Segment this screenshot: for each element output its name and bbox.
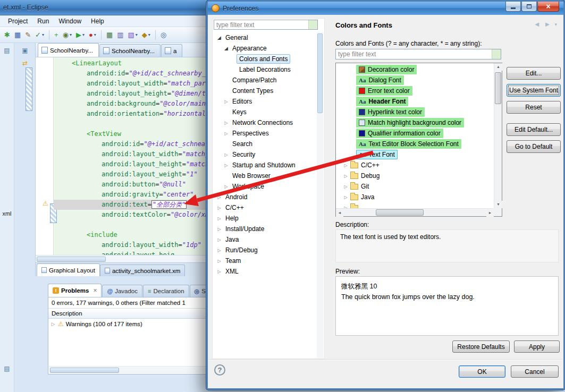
tree-item-install-update[interactable]: ▷Install/Update <box>213 224 317 234</box>
tree-item-startup-and-shutdown[interactable]: ▷Startup and Shutdown <box>213 160 317 171</box>
close-icon[interactable]: × <box>93 287 97 294</box>
close-button[interactable]: × <box>537 2 559 12</box>
scrollbar-thumb[interactable] <box>50 368 119 373</box>
expand-collapsed-icon[interactable]: ▷ <box>223 152 230 157</box>
tree-item-keys[interactable]: Keys <box>213 107 317 117</box>
page-menu-icon[interactable]: ▾ <box>554 22 557 27</box>
edit-button[interactable]: Edit... <box>507 67 561 80</box>
tree-item-compare-patch[interactable]: Compare/Patch <box>213 75 317 86</box>
font-list-item-text-editor-block-selection-font[interactable]: AaText Editor Block Selection Font <box>336 139 494 149</box>
tree-item-help[interactable]: ▷Help <box>213 213 317 224</box>
font-list-item-error-text-color[interactable]: Error text color <box>336 86 494 96</box>
font-list-item-match-highlight-background-color[interactable]: Match highlight background color <box>336 117 494 128</box>
fonts-filter-input[interactable]: type filter text <box>335 49 501 59</box>
run-icon[interactable]: ▶▾ <box>74 29 86 41</box>
expand-collapsed-icon[interactable]: ▷ <box>216 248 223 253</box>
tree-filter-input[interactable]: type filter text <box>214 20 318 30</box>
expand-collapsed-icon[interactable]: ▷ <box>50 321 56 327</box>
back-icon[interactable]: ◄ <box>534 20 541 28</box>
font-list-item-dialog-font[interactable]: AaDialog Font <box>336 75 494 86</box>
description-column-header[interactable]: Description <box>48 308 208 319</box>
font-list-item-qualifier-information-color[interactable]: Qualifier information color <box>336 128 494 139</box>
cancel-button[interactable]: Cancel <box>511 365 559 378</box>
font-list-item-debug[interactable]: ▷Debug <box>336 171 494 181</box>
view-tab-javadoc[interactable]: @Javadoc <box>102 285 142 297</box>
tree-item-web-browser[interactable]: Web Browser <box>213 171 317 181</box>
menu-run[interactable]: Run <box>32 16 54 26</box>
font-list-item-item[interactable]: ▷ <box>336 202 494 208</box>
editor-tab[interactable]: SchoolNearby... <box>38 43 99 57</box>
expand-collapsed-icon[interactable]: ▷ <box>342 184 349 189</box>
tree-item-c-c[interactable]: ▷C/C++ <box>213 202 317 213</box>
expand-collapsed-icon[interactable]: ▷ <box>216 206 223 210</box>
scrollbar-thumb[interactable] <box>317 33 323 113</box>
tree-item-colors-and-fonts[interactable]: Colors and Fonts <box>213 54 317 64</box>
font-list-item-hyperlink-text-color[interactable]: Hyperlink text color <box>336 107 494 117</box>
open-perspective-icon[interactable]: ▧▾ <box>126 29 139 41</box>
debug-icon[interactable]: ◉▾ <box>61 29 73 41</box>
scroll-down-icon[interactable]: ▼ <box>494 201 502 208</box>
new-package-icon[interactable]: ◆▾ <box>140 29 152 41</box>
scrollbar-thumb[interactable] <box>37 257 106 262</box>
tree-item-xml[interactable]: ▷XML <box>213 266 317 277</box>
expand-collapsed-icon[interactable]: ▷ <box>216 227 223 232</box>
expand-collapsed-icon[interactable]: ▷ <box>223 184 230 189</box>
view-tab-problems[interactable]: !Problems× <box>48 284 102 297</box>
editor-tab[interactable]: SchoolNearby... <box>99 44 161 57</box>
tree-item-appearance[interactable]: ◢Appearance <box>213 43 317 54</box>
search-icon[interactable]: ◎ <box>159 29 168 41</box>
warning-marker-icon[interactable]: ⚠ <box>43 200 48 207</box>
coverage-icon[interactable]: ●▾ <box>87 29 98 41</box>
font-list-item-decoration-color[interactable]: Decoration color <box>336 64 494 75</box>
tree-item-label-decorations[interactable]: Label Decorations <box>213 64 317 75</box>
save-icon[interactable]: ▦ <box>13 29 22 41</box>
editor-horizontal-scrollbar[interactable] <box>36 255 208 262</box>
help-icon[interactable]: ? <box>214 364 225 376</box>
restore-window-icon[interactable]: ▣ <box>20 45 30 56</box>
maximize-button[interactable] <box>521 2 537 12</box>
expand-collapsed-icon[interactable]: ▷ <box>342 163 349 168</box>
print-icon[interactable]: ✎ <box>23 29 32 41</box>
expand-collapsed-icon[interactable]: ▷ <box>216 259 223 263</box>
editor-mode-tab-activity-schoolmarket-xm[interactable]: activity_schoolmarket.xm <box>100 265 185 276</box>
scroll-left-icon[interactable]: ◄ <box>336 209 343 217</box>
expand-collapsed-icon[interactable]: ▷ <box>223 163 230 168</box>
fast-view-icon[interactable]: ▤ <box>2 363 12 374</box>
tree-scrollbar[interactable] <box>317 32 324 358</box>
scroll-right-icon[interactable]: ► <box>486 209 494 217</box>
tree-item-security[interactable]: ▷Security <box>213 149 317 160</box>
tree-item-network-connections[interactable]: ▷Network Connections <box>213 117 317 128</box>
editor-tab[interactable]: a <box>161 44 182 57</box>
list-horizontal-scrollbar[interactable]: ◄ ► <box>336 208 494 216</box>
tree-item-search[interactable]: Search <box>213 139 317 149</box>
list-vertical-scrollbar[interactable]: ▲ ▼ <box>494 63 502 208</box>
scrollbar-thumb[interactable] <box>495 72 501 104</box>
tree-item-editors[interactable]: ▷Editors <box>213 96 317 107</box>
scrollbar-thumb[interactable] <box>376 209 424 216</box>
font-list-item-c-c[interactable]: ▷C/C++ <box>336 160 494 171</box>
new-wizard-icon[interactable]: ✱ <box>3 29 12 41</box>
edit-default-button[interactable]: Edit Default... <box>507 123 561 136</box>
menu-project[interactable]: Project <box>3 16 32 26</box>
xml-source-editor[interactable]: ⚠ <LinearLayoutandroid:id="@+id/act_schn… <box>36 57 208 255</box>
expand-collapsed-icon[interactable]: ▷ <box>216 195 223 200</box>
scroll-up-icon[interactable]: ▲ <box>494 63 502 71</box>
expand-collapsed-icon[interactable]: ▷ <box>216 269 223 274</box>
minimize-button[interactable] <box>505 2 521 12</box>
expand-collapsed-icon[interactable]: ▷ <box>223 99 230 104</box>
tree-item-general[interactable]: ◢General <box>213 32 317 43</box>
expand-collapsed-icon[interactable]: ▷ <box>216 237 223 242</box>
font-list-item-header-font[interactable]: AaHeader Font <box>336 96 494 107</box>
use-system-font-button[interactable]: Use System Font <box>507 84 561 97</box>
forward-icon[interactable]: ► <box>544 20 551 28</box>
expand-collapsed-icon[interactable]: ▷ <box>342 174 349 178</box>
view-tab-declaration[interactable]: ≡Declaration <box>143 285 189 297</box>
expand-collapsed-icon[interactable]: ▷ <box>223 131 230 136</box>
expand-collapsed-icon[interactable]: ▷ <box>223 121 230 125</box>
tree-item-run-debug[interactable]: ▷Run/Debug <box>213 245 317 255</box>
dialog-titlebar[interactable]: Preferences × <box>208 2 563 15</box>
tree-item-android[interactable]: ▷Android <box>213 192 317 202</box>
warnings-group-row[interactable]: ▷ ⚠ Warnings (100 of 177 items) <box>48 319 208 329</box>
switch-editor-icon[interactable]: ⇄ <box>20 58 30 69</box>
code-text[interactable]: <LinearLayoutandroid:id="@+id/act_schnea… <box>54 58 208 255</box>
